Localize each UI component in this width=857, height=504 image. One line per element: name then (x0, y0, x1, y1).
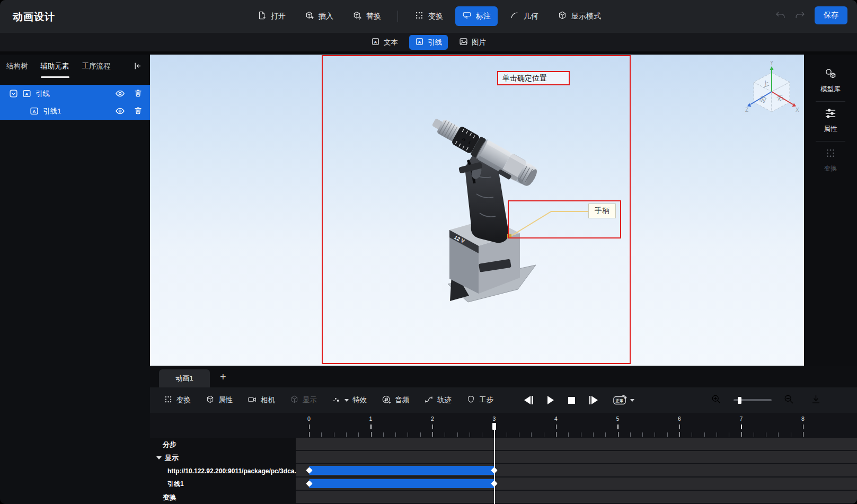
replace-label: 替换 (366, 12, 381, 21)
zoom-in-button[interactable] (711, 394, 722, 407)
dots-grid-icon (164, 395, 173, 405)
properties-button[interactable]: 属性 (824, 102, 837, 141)
insert-button[interactable]: 插入 (298, 6, 340, 26)
zoom-slider-handle[interactable] (738, 397, 741, 404)
add-animation-button[interactable]: + (220, 371, 226, 383)
ruler-minor-tick (803, 432, 803, 437)
tl-display-button[interactable]: 显示 (290, 395, 317, 405)
leader-tool-button[interactable]: A 引线 (409, 35, 448, 50)
ruler-minor-tick (605, 432, 606, 437)
stop-button[interactable] (568, 397, 575, 404)
keyframe-bar[interactable] (309, 466, 494, 475)
ruler-major-tick (370, 425, 372, 429)
undo-button[interactable] (774, 10, 786, 21)
ruler-label: 5 (616, 415, 620, 422)
collapse-row-icon[interactable] (156, 456, 162, 459)
chevron-down-icon (630, 399, 634, 402)
view-cube[interactable]: 上 前 右 Y Z X (742, 61, 801, 120)
row-label-leader1[interactable]: 引线1 (150, 478, 296, 491)
row-track-step[interactable] (296, 438, 857, 451)
app-window: 动画设计 打开 插入 替换 变换 标注 (0, 0, 857, 504)
tl-effects-button[interactable]: 特效 (332, 395, 367, 405)
row-track-url[interactable] (296, 464, 857, 478)
tl-step-button[interactable]: 工步 (466, 395, 493, 405)
ruler-minor-tick (544, 432, 544, 437)
timeline-tools: 变换 属性 相机 显示 特效 (164, 387, 493, 413)
animation-tab[interactable]: 动画1 (159, 369, 210, 387)
ruler-minor-tick (445, 432, 445, 437)
trajectory-icon (424, 395, 434, 406)
tab-auxiliary-elements[interactable]: 辅助元素 (41, 55, 69, 78)
text-box-icon: A (371, 37, 380, 48)
tl-properties-button[interactable]: 属性 (206, 395, 233, 405)
ruler-minor-tick (568, 432, 569, 437)
viewport-3d[interactable]: 12 V 15 (150, 55, 804, 366)
ruler-minor-tick (358, 432, 359, 437)
transform-button[interactable]: 变换 (408, 6, 450, 26)
tree-row-leader-group[interactable]: A 引线 (0, 85, 150, 102)
row-track-transform[interactable] (296, 491, 857, 504)
zoom-controls (711, 387, 821, 413)
ruler-minor-tick (507, 432, 507, 437)
row-track-display[interactable] (296, 451, 857, 464)
tab-process-flow[interactable]: 工序流程 (82, 55, 111, 78)
timeline-toolbar: 变换 属性 相机 显示 特效 (150, 387, 857, 413)
row-label-step[interactable]: 分步 (150, 438, 296, 451)
transform-rail-button[interactable]: 变换 (824, 142, 837, 181)
ruler-label: 1 (369, 415, 373, 422)
visibility-eye-icon[interactable] (115, 106, 125, 116)
text-tool-button[interactable]: A 文本 (365, 35, 404, 50)
delete-trash-icon[interactable] (134, 89, 143, 99)
ruler-major-tick (617, 425, 619, 429)
playback-speed-button[interactable]: 正常 (612, 394, 634, 406)
annotate-button[interactable]: 标注 (455, 6, 498, 26)
export-download-button[interactable] (810, 394, 821, 407)
geometry-button[interactable]: 几何 (503, 6, 545, 26)
tl-track-button[interactable]: 轨迹 (424, 395, 452, 406)
video-camera-icon (248, 395, 257, 406)
play-button[interactable] (547, 396, 554, 404)
ruler-minor-tick (766, 432, 766, 437)
row-track-leader1[interactable] (296, 478, 857, 491)
ruler-minor-tick (593, 432, 594, 437)
timeline-ruler[interactable]: 012345678 (150, 413, 857, 438)
delete-trash-icon[interactable] (134, 106, 143, 116)
row-label-display[interactable]: 显示 (150, 451, 296, 464)
image-icon (459, 37, 468, 48)
collapse-panel-icon[interactable] (132, 61, 143, 73)
ruler-label: 4 (554, 415, 558, 422)
shield-icon (466, 395, 475, 405)
file-plus-icon (257, 11, 267, 22)
tl-camera-button[interactable]: 相机 (248, 395, 275, 406)
zoom-out-button[interactable] (783, 394, 794, 407)
model-library-button[interactable]: 模型库 (820, 62, 841, 101)
tree-child-label: 引线1 (43, 107, 61, 116)
visibility-eye-icon[interactable] (115, 89, 125, 99)
ruler-major-tick (741, 425, 742, 429)
header-bar: 动画设计 打开 插入 替换 变换 标注 (0, 0, 857, 33)
redo-button[interactable] (794, 10, 806, 21)
row-label-url[interactable]: http://10.122.92.200:9011/package/pc/3dc… (150, 464, 296, 478)
row-label-transform[interactable]: 变换 (150, 491, 296, 504)
open-button[interactable]: 打开 (250, 6, 293, 26)
tree-row-leader1[interactable]: A 引线1 (0, 102, 150, 120)
annotation-text-box[interactable]: 手柄 (588, 204, 616, 218)
replace-button[interactable]: 替换 (346, 6, 388, 26)
zoom-slider[interactable] (734, 399, 772, 401)
transform-rail-label: 变换 (824, 164, 837, 173)
ruler-minor-tick (531, 432, 532, 437)
step-backward-button[interactable] (524, 396, 533, 404)
display-mode-label: 显示模式 (571, 12, 601, 21)
save-button[interactable]: 保存 (815, 6, 847, 24)
display-mode-button[interactable]: 显示模式 (551, 6, 608, 26)
tab-structure-tree[interactable]: 结构树 (6, 55, 28, 78)
keyframe-bar[interactable] (309, 479, 494, 488)
svg-text:A: A (33, 109, 36, 114)
chevron-down-box-icon[interactable] (9, 89, 18, 98)
cube-icon (290, 395, 299, 405)
tl-audio-button[interactable]: 音频 (382, 395, 409, 406)
ruler-minor-tick (321, 432, 322, 437)
image-tool-button[interactable]: 图片 (453, 35, 492, 50)
step-forward-button[interactable] (589, 396, 598, 404)
tl-transform-button[interactable]: 变换 (164, 395, 191, 405)
